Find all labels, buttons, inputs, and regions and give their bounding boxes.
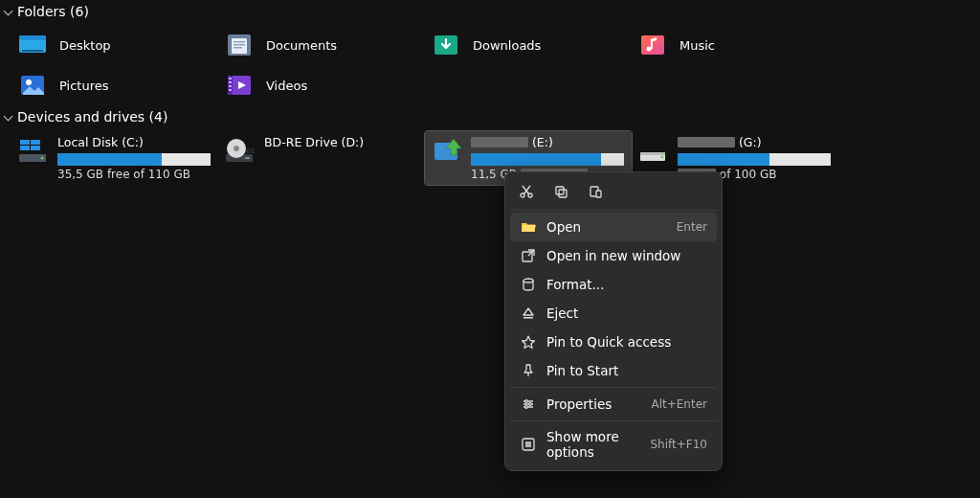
menu-label: Open in new window — [546, 248, 680, 263]
eject-icon — [520, 305, 537, 322]
menu-item-more[interactable]: Show more optionsShift+F10 — [510, 423, 717, 465]
paste-icon[interactable] — [587, 183, 604, 200]
svg-point-21 — [41, 157, 44, 160]
drive-name: (E:) — [471, 135, 626, 150]
folder-label: Desktop — [59, 38, 111, 53]
removable-drive-icon — [431, 135, 461, 166]
svg-point-29 — [234, 146, 239, 151]
drive-usage-bar — [57, 153, 211, 166]
svg-rect-37 — [556, 187, 564, 194]
svg-text:BD: BD — [246, 147, 255, 155]
svg-rect-22 — [20, 140, 30, 145]
svg-rect-1 — [19, 35, 46, 40]
svg-rect-38 — [559, 190, 567, 197]
menu-item-format[interactable]: Format... — [510, 270, 717, 299]
svg-rect-43 — [523, 317, 533, 319]
folder-item-documents[interactable]: Documents — [218, 26, 425, 64]
menu-label: Pin to Start — [546, 363, 618, 378]
folder-label: Music — [679, 38, 715, 53]
svg-rect-25 — [31, 146, 40, 150]
drive-name: BD-RE Drive (D:) — [264, 135, 419, 150]
svg-point-13 — [26, 79, 32, 85]
downloads-folder-icon — [431, 30, 461, 60]
drive-usage-bar — [678, 153, 831, 166]
hdd-drive-icon — [637, 135, 668, 166]
menu-label: Eject — [546, 306, 578, 321]
context-menu: OpenEnterOpen in new windowFormat...Ejec… — [504, 171, 723, 471]
svg-rect-33 — [640, 152, 665, 155]
svg-rect-19 — [229, 89, 232, 91]
menu-item-eject[interactable]: Eject — [510, 299, 717, 328]
format-icon — [520, 276, 537, 293]
star-icon — [520, 333, 537, 351]
svg-point-35 — [521, 193, 524, 197]
drives-grid: Local Disk (C:)35,5 GB free of 110 GBBDB… — [0, 130, 980, 186]
separator — [510, 210, 717, 211]
drive-item[interactable]: Local Disk (C:)35,5 GB free of 110 GB — [11, 131, 218, 185]
svg-point-10 — [647, 47, 652, 52]
folders-label: Folders (6) — [17, 4, 89, 19]
cut-icon[interactable] — [518, 183, 535, 200]
music-folder-icon — [637, 30, 668, 60]
menu-label: Format... — [546, 277, 604, 292]
menu-label: Pin to Quick access — [546, 334, 671, 350]
drives-label: Devices and drives (4) — [17, 109, 167, 124]
open-icon — [520, 218, 537, 236]
drive-name: Local Disk (C:) — [57, 135, 212, 150]
videos-folder-icon — [224, 70, 255, 101]
drive-free-text: 35,5 GB free of 110 GB — [57, 168, 212, 181]
menu-item-pin[interactable]: Pin to Start — [510, 356, 717, 385]
optical-drive-icon: BD — [224, 135, 255, 166]
svg-rect-9 — [641, 35, 664, 55]
svg-rect-6 — [234, 44, 245, 46]
folders-grid: DesktopDocumentsDownloadsMusicPicturesVi… — [0, 25, 980, 105]
folder-label: Documents — [266, 38, 337, 53]
folder-item-music[interactable]: Music — [632, 26, 838, 64]
separator — [510, 387, 717, 388]
menu-item-star[interactable]: Pin to Quick access — [510, 328, 717, 356]
menu-shortcut: Enter — [677, 220, 707, 234]
folder-item-downloads[interactable]: Downloads — [425, 26, 632, 64]
section-header-folders[interactable]: Folders (6) — [0, 0, 980, 25]
menu-item-props[interactable]: PropertiesAlt+Enter — [510, 390, 717, 419]
pin-icon — [520, 362, 537, 379]
pictures-folder-icon — [17, 70, 48, 101]
svg-rect-5 — [234, 41, 245, 43]
menu-label: Properties — [546, 396, 612, 412]
svg-rect-2 — [22, 50, 43, 52]
drive-usage-bar — [471, 153, 624, 166]
folder-label: Pictures — [59, 79, 108, 93]
documents-folder-icon — [224, 30, 255, 60]
svg-point-42 — [523, 279, 533, 283]
svg-rect-40 — [596, 191, 601, 197]
menu-label: Show more options — [546, 429, 650, 460]
section-header-drives[interactable]: Devices and drives (4) — [0, 105, 980, 130]
folder-item-pictures[interactable]: Pictures — [11, 66, 218, 104]
desktop-folder-icon — [17, 30, 48, 60]
svg-point-34 — [661, 156, 664, 159]
svg-rect-17 — [229, 81, 232, 83]
svg-rect-16 — [229, 78, 232, 79]
drive-name: (G:) — [678, 135, 833, 150]
folder-item-videos[interactable]: Videos — [218, 66, 425, 104]
more-icon — [520, 436, 537, 453]
menu-item-newwin[interactable]: Open in new window — [510, 241, 717, 270]
copy-icon[interactable] — [552, 183, 569, 200]
menu-shortcut: Alt+Enter — [651, 397, 707, 411]
svg-point-36 — [528, 193, 532, 197]
menu-item-open[interactable]: OpenEnter — [510, 213, 717, 241]
windows-drive-icon — [17, 135, 48, 166]
drive-item[interactable]: BDBD-RE Drive (D:) — [218, 131, 425, 185]
svg-rect-23 — [31, 140, 40, 145]
svg-point-44 — [525, 400, 528, 403]
props-icon — [520, 396, 537, 413]
svg-rect-24 — [20, 146, 30, 150]
menu-label: Open — [546, 219, 581, 235]
svg-point-46 — [525, 406, 528, 409]
chevron-down-icon — [4, 112, 13, 122]
context-toolbar — [510, 177, 717, 208]
svg-point-45 — [529, 403, 532, 406]
svg-rect-4 — [232, 38, 247, 54]
separator — [510, 420, 717, 421]
folder-item-desktop[interactable]: Desktop — [11, 26, 218, 64]
